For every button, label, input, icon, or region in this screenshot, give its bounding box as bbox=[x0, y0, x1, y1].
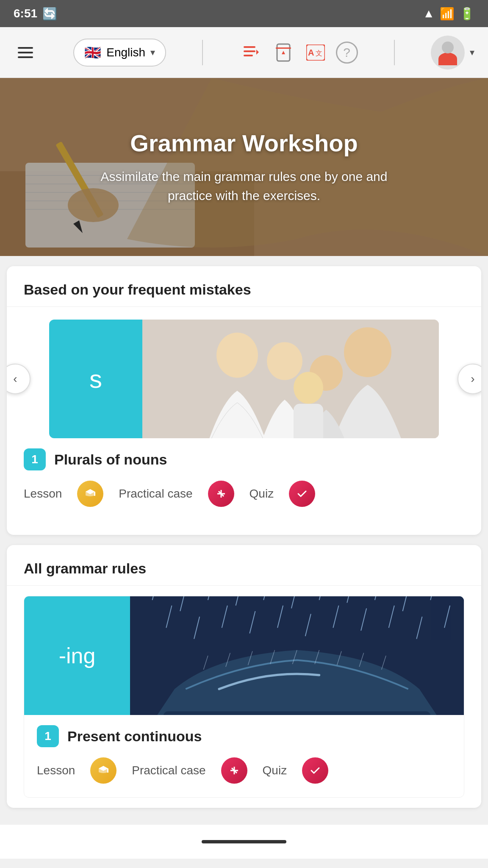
user-dropdown-arrow[interactable]: ▾ bbox=[470, 47, 474, 58]
all-grammar-rules-section: All grammar rules -ing bbox=[7, 545, 481, 808]
hamburger-button[interactable] bbox=[14, 43, 37, 62]
lesson-title: Plurals of nouns bbox=[54, 451, 167, 468]
wifi-icon: ▲ bbox=[423, 7, 435, 20]
nav-icons-group: A 文 ? bbox=[239, 41, 358, 64]
top-nav: 🇬🇧 English ▾ A 文 bbox=[0, 27, 488, 78]
svg-text:A: A bbox=[308, 48, 314, 57]
svg-rect-32 bbox=[94, 492, 95, 496]
hero-title: Grammar Workshop bbox=[96, 129, 392, 157]
grammar-lesson-badge: 1 bbox=[37, 725, 59, 747]
grammar-card-image-1: -ing bbox=[24, 596, 464, 715]
sync-icon: 🔄 bbox=[42, 7, 57, 21]
grammar-lesson-action-label: Lesson bbox=[37, 764, 75, 777]
grammar-card-right-1 bbox=[130, 596, 464, 715]
rain-scene bbox=[130, 596, 464, 715]
carousel-wrapper: s bbox=[7, 307, 481, 535]
svg-point-24 bbox=[216, 333, 258, 378]
home-indicator bbox=[202, 840, 286, 843]
lesson-info: 1 Plurals of nouns Lesson Practical case bbox=[7, 438, 481, 522]
svg-marker-3 bbox=[256, 50, 259, 55]
grammar-card-1: -ing bbox=[24, 596, 464, 798]
svg-text:文: 文 bbox=[316, 50, 322, 57]
carousel-left-panel: s bbox=[49, 320, 142, 438]
svg-rect-2 bbox=[244, 55, 253, 56]
lesson-actions: Lesson Practical case bbox=[24, 481, 464, 507]
status-bar: 6:51 🔄 ▲ 📶 🔋 bbox=[0, 0, 488, 27]
avatar-head bbox=[442, 42, 454, 53]
carousel-letter: s bbox=[89, 364, 102, 394]
grammar-quiz-button[interactable] bbox=[302, 757, 328, 784]
hero-text: Grammar Workshop Assimilate the main gra… bbox=[70, 129, 418, 205]
bottom-bar bbox=[0, 825, 488, 859]
grammar-quiz-label: Quiz bbox=[263, 764, 287, 777]
grammar-lesson-button[interactable] bbox=[90, 757, 116, 784]
hamburger-line-1 bbox=[18, 47, 33, 49]
help-button[interactable]: ? bbox=[336, 42, 358, 64]
hero-banner: Grammar Workshop Assimilate the main gra… bbox=[0, 78, 488, 256]
translate-button[interactable]: A 文 bbox=[304, 41, 327, 64]
flag-icon: 🇬🇧 bbox=[84, 45, 101, 61]
svg-rect-61 bbox=[164, 711, 430, 715]
battery-icon: 🔋 bbox=[460, 7, 474, 21]
frequent-mistakes-section: Based on your frequent mistakes s bbox=[7, 266, 481, 535]
svg-rect-0 bbox=[244, 46, 255, 48]
grammar-practical-case-label: Practical case bbox=[132, 764, 205, 777]
grammar-lesson-actions: Lesson Practical case Quiz bbox=[37, 757, 451, 784]
grammar-suffix-label: -ing bbox=[59, 643, 96, 668]
grammar-lesson-number-row: 1 Present continuous bbox=[37, 725, 451, 747]
practical-case-label: Practical case bbox=[119, 487, 192, 501]
signal-icon: 📶 bbox=[440, 7, 455, 21]
practical-case-button[interactable] bbox=[208, 481, 234, 507]
nav-divider-left bbox=[202, 40, 203, 65]
carousel-item: s bbox=[49, 320, 439, 438]
svg-rect-1 bbox=[244, 50, 255, 52]
avatar-body bbox=[438, 53, 457, 65]
grammar-lesson-title: Present continuous bbox=[67, 728, 202, 745]
quiz-label: Quiz bbox=[250, 487, 274, 501]
grammar-card-left-1: -ing bbox=[24, 596, 130, 715]
frequent-mistakes-title: Based on your frequent mistakes bbox=[7, 266, 481, 307]
lesson-button[interactable] bbox=[77, 481, 103, 507]
grammar-practical-case-button[interactable] bbox=[221, 757, 247, 784]
svg-point-26 bbox=[267, 342, 302, 380]
language-label: English bbox=[106, 46, 145, 59]
lesson-number-row: 1 Plurals of nouns bbox=[24, 448, 464, 470]
hero-subtitle: Assimilate the main grammar rules one by… bbox=[96, 167, 392, 205]
all-grammar-rules-title: All grammar rules bbox=[7, 545, 481, 586]
lesson-badge: 1 bbox=[24, 448, 46, 470]
svg-point-28 bbox=[294, 372, 323, 404]
carousel-prev-button[interactable]: ‹ bbox=[7, 364, 30, 394]
grammar-card-info-1: 1 Present continuous Lesson Practical ca… bbox=[24, 715, 464, 797]
svg-point-37 bbox=[295, 487, 309, 501]
nav-divider-right bbox=[394, 40, 395, 65]
lesson-action-label: Lesson bbox=[24, 487, 62, 501]
svg-marker-5 bbox=[282, 51, 285, 54]
svg-point-25 bbox=[344, 327, 391, 377]
status-time: 6:51 bbox=[14, 7, 37, 20]
hamburger-line-2 bbox=[18, 52, 33, 53]
svg-rect-72 bbox=[107, 768, 108, 773]
svg-rect-29 bbox=[294, 404, 323, 438]
bookmark-button[interactable] bbox=[272, 41, 295, 64]
user-avatar[interactable] bbox=[431, 36, 465, 70]
carousel-next-button[interactable]: › bbox=[458, 364, 481, 394]
chevron-down-icon: ▾ bbox=[150, 47, 155, 58]
hamburger-line-3 bbox=[18, 56, 33, 58]
svg-rect-6 bbox=[276, 47, 291, 49]
playlist-button[interactable] bbox=[239, 41, 263, 64]
language-selector[interactable]: 🇬🇧 English ▾ bbox=[73, 39, 166, 67]
quiz-button[interactable] bbox=[289, 481, 315, 507]
carousel-image-panel bbox=[142, 320, 439, 438]
